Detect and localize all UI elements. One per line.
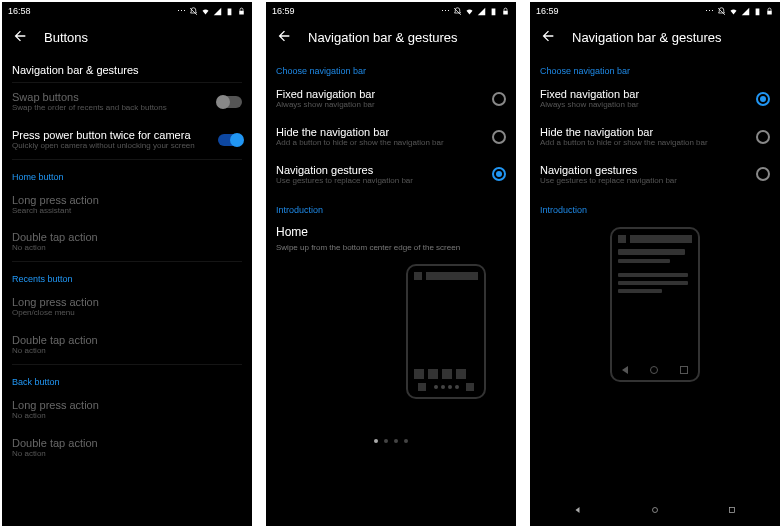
status-bar: 16:59 ⋯ [266,2,516,20]
clock: 16:58 [8,6,31,16]
soft-navigation-bar [540,496,770,526]
more-icon: ⋯ [705,6,714,16]
back-icon[interactable] [12,28,28,46]
screen-buttons: 16:58 ⋯ Buttons Navigation bar & gesture… [2,2,252,526]
section-nav-gestures[interactable]: Navigation bar & gestures [12,54,242,82]
screen-navgestures-selected-gestures: 16:59 ⋯ Navigation bar & gestures Choose… [266,2,516,526]
nav-home-icon[interactable] [649,504,661,518]
status-bar: 16:59 ⋯ [530,2,780,20]
row-title: Swap buttons [12,91,218,103]
svg-rect-0 [228,8,232,15]
signal-icon [477,7,486,16]
row-home-doubletap[interactable]: Double tap action No action [12,223,242,261]
category-choose-navbar: Choose navigation bar [276,54,506,80]
radio-fixed-navbar[interactable]: Fixed navigation bar Always show navigat… [276,80,506,118]
fixed-navbar-illustration [610,227,700,382]
svg-rect-4 [756,8,760,15]
header: Navigation bar & gestures [266,20,516,54]
status-bar: 16:58 ⋯ [2,2,252,20]
radio-navigation-gestures[interactable]: Navigation gestures Use gestures to repl… [540,156,770,194]
mock-back-icon [622,366,628,374]
row-sub: Quickly open camera without unlocking yo… [12,142,218,151]
intro-home-sub: Swipe up from the bottom center edge of … [276,243,506,252]
status-icons: ⋯ [177,6,246,16]
row-home-longpress[interactable]: Long press action Search assistant [12,186,242,224]
status-icons: ⋯ [705,6,774,16]
category-home-button: Home button [12,160,242,186]
row-power-camera[interactable]: Press power button twice for camera Quic… [12,121,242,159]
signal-icon [213,7,222,16]
svg-rect-1 [239,10,244,14]
mock-recents-icon [680,366,688,374]
category-introduction: Introduction [276,193,506,219]
silent-icon [453,7,462,16]
pager-dot[interactable] [374,439,378,443]
content: Choose navigation bar Fixed navigation b… [266,54,516,526]
radio-icon[interactable] [492,167,506,181]
svg-rect-2 [492,8,496,15]
row-sub: Swap the order of recents and back butto… [12,104,218,113]
intro-home-title: Home [276,225,506,239]
pager[interactable] [276,439,506,443]
row-back-longpress[interactable]: Long press action No action [12,391,242,429]
wifi-icon [201,7,210,16]
row-recents-longpress[interactable]: Long press action Open/close menu [12,288,242,326]
clock: 16:59 [272,6,295,16]
clock: 16:59 [536,6,559,16]
nav-back-icon[interactable] [572,504,584,518]
gesture-illustration [406,264,486,399]
toggle-swap-buttons[interactable] [218,96,242,108]
row-title: Press power button twice for camera [12,129,218,141]
screen-navgestures-selected-fixed: 16:59 ⋯ Navigation bar & gestures Choose… [530,2,780,526]
signal-icon [741,7,750,16]
radio-icon[interactable] [756,92,770,106]
radio-icon[interactable] [492,130,506,144]
nav-recents-icon[interactable] [726,504,738,518]
row-recents-doubletap[interactable]: Double tap action No action [12,326,242,364]
radio-icon[interactable] [756,130,770,144]
svg-rect-7 [729,508,734,513]
content: Choose navigation bar Fixed navigation b… [530,54,780,526]
mock-home-icon [650,366,658,374]
more-icon: ⋯ [177,6,186,16]
svg-rect-5 [767,10,772,14]
pager-dot[interactable] [404,439,408,443]
content: Navigation bar & gestures Swap buttons S… [2,54,252,526]
radio-hide-navbar[interactable]: Hide the navigation bar Add a button to … [276,118,506,156]
page-title: Buttons [44,30,88,45]
pager-dot[interactable] [394,439,398,443]
battery-icon [225,7,234,16]
row-back-doubletap[interactable]: Double tap action No action [12,429,242,467]
battery-icon [753,7,762,16]
header: Navigation bar & gestures [530,20,780,54]
lock-icon [237,7,246,16]
radio-hide-navbar[interactable]: Hide the navigation bar Add a button to … [540,118,770,156]
battery-icon [489,7,498,16]
toggle-power-camera[interactable] [218,134,242,146]
radio-icon[interactable] [492,92,506,106]
radio-icon[interactable] [756,167,770,181]
radio-navigation-gestures[interactable]: Navigation gestures Use gestures to repl… [276,156,506,194]
category-introduction: Introduction [540,193,770,219]
category-choose-navbar: Choose navigation bar [540,54,770,80]
pager-dot[interactable] [384,439,388,443]
silent-icon [189,7,198,16]
svg-rect-3 [503,10,508,14]
lock-icon [765,7,774,16]
page-title: Navigation bar & gestures [308,30,458,45]
radio-fixed-navbar[interactable]: Fixed navigation bar Always show navigat… [540,80,770,118]
category-recents-button: Recents button [12,262,242,288]
silent-icon [717,7,726,16]
page-title: Navigation bar & gestures [572,30,722,45]
svg-point-6 [652,508,657,513]
back-icon[interactable] [276,28,292,46]
more-icon: ⋯ [441,6,450,16]
header: Buttons [2,20,252,54]
status-icons: ⋯ [441,6,510,16]
wifi-icon [465,7,474,16]
row-swap-buttons[interactable]: Swap buttons Swap the order of recents a… [12,83,242,121]
lock-icon [501,7,510,16]
category-back-button: Back button [12,365,242,391]
back-icon[interactable] [540,28,556,46]
wifi-icon [729,7,738,16]
